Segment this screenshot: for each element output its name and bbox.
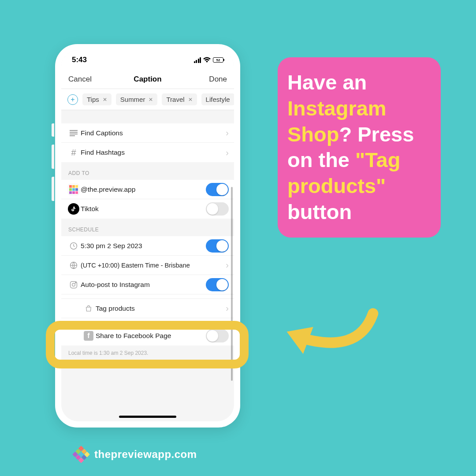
nav-title: Caption xyxy=(134,75,161,84)
add-tag-button[interactable]: + xyxy=(67,94,78,105)
status-bar: 5:43 52 xyxy=(61,50,234,70)
chevron-right-icon: › xyxy=(226,303,229,313)
home-indicator[interactable] xyxy=(119,416,176,418)
svg-rect-0 xyxy=(70,130,78,131)
svg-point-7 xyxy=(72,283,75,286)
tag-chip[interactable]: Summer✕ xyxy=(116,93,158,105)
done-button[interactable]: Done xyxy=(201,75,227,84)
wifi-icon xyxy=(203,56,211,64)
svg-rect-2 xyxy=(70,134,78,134)
clock-icon xyxy=(67,242,81,250)
tag-label: Lifestyle xyxy=(206,96,230,103)
tag-label: Travel xyxy=(166,96,184,103)
find-section: Find Captions › # Find Hashtags › xyxy=(61,123,234,162)
row-label: @the.preview.app xyxy=(81,186,206,193)
tag-label: Summer xyxy=(120,96,145,103)
tag-chip[interactable]: Tips✕ xyxy=(82,93,112,105)
arrow-icon xyxy=(264,270,389,391)
tag-chip[interactable]: Lifestyle xyxy=(201,93,234,105)
row-label: Tag products xyxy=(96,305,226,312)
chevron-right-icon: › xyxy=(226,128,229,138)
toggle-switch[interactable] xyxy=(206,183,229,196)
add-to-header: ADD TO xyxy=(61,162,234,180)
autopost-row[interactable]: Auto-post to Instagram xyxy=(61,275,234,294)
preview-account-row[interactable]: @the.preview.app xyxy=(61,180,234,199)
timezone-row[interactable]: (UTC +10:00) Eastern Time - Brisbane › xyxy=(61,256,234,275)
captions-icon xyxy=(67,130,81,136)
callout-bubble: Have an Instagram Shop? Press on the "Ta… xyxy=(278,57,441,238)
find-captions-row[interactable]: Find Captions › xyxy=(61,123,234,143)
svg-rect-3 xyxy=(70,135,75,136)
battery-icon: 52 xyxy=(213,57,223,63)
highlight-box xyxy=(46,321,249,368)
nav-bar: Cancel Caption Done xyxy=(61,70,234,89)
toggle-switch[interactable] xyxy=(206,202,229,216)
schedule-time-row[interactable]: 5:30 pm 2 Sep 2023 xyxy=(61,236,234,256)
tag-chip[interactable]: Travel✕ xyxy=(162,93,197,105)
close-icon[interactable]: ✕ xyxy=(149,97,153,103)
tags-row: + Tips✕ Summer✕ Travel✕ Lifestyle xyxy=(61,89,234,110)
svg-point-8 xyxy=(75,282,76,283)
signal-icon xyxy=(194,57,201,63)
row-label: 5:30 pm 2 Sep 2023 xyxy=(81,242,206,250)
phone-frame: 5:43 52 Cancel Caption Done + Tips✕ Summ… xyxy=(55,44,240,428)
footer-url: thepreviewapp.com xyxy=(94,448,197,461)
row-label: Find Captions xyxy=(81,129,226,137)
phone-side-buttons xyxy=(52,123,54,209)
svg-rect-1 xyxy=(70,132,78,133)
toggle-switch[interactable] xyxy=(206,239,229,253)
preview-app-icon xyxy=(67,184,81,195)
instagram-icon xyxy=(67,280,81,289)
status-indicators: 52 xyxy=(194,56,224,64)
hashtag-icon: # xyxy=(67,148,81,158)
hidden-row xyxy=(61,294,234,299)
footer: thepreviewapp.com xyxy=(75,448,197,461)
find-hashtags-row[interactable]: # Find Hashtags › xyxy=(61,143,234,162)
callout-text: button xyxy=(287,200,352,223)
globe-icon xyxy=(67,261,81,270)
close-icon[interactable]: ✕ xyxy=(188,97,193,103)
toggle-switch[interactable] xyxy=(206,278,229,291)
shopping-bag-icon xyxy=(82,305,96,312)
schedule-header: SCHEDULE xyxy=(61,219,234,236)
tiktok-row[interactable]: Tiktok xyxy=(61,199,234,219)
tag-products-row[interactable]: Tag products › xyxy=(61,299,234,318)
callout-text: Have an xyxy=(287,71,367,94)
row-label: Find Hashtags xyxy=(81,149,226,156)
chevron-right-icon: › xyxy=(226,260,229,270)
row-label: (UTC +10:00) Eastern Time - Brisbane xyxy=(81,262,226,269)
footer-logo-icon xyxy=(72,446,90,463)
row-label: Tiktok xyxy=(81,205,206,213)
chevron-right-icon: › xyxy=(226,148,229,158)
tag-label: Tips xyxy=(87,96,99,103)
cancel-button[interactable]: Cancel xyxy=(68,75,95,84)
row-label: Auto-post to Instagram xyxy=(81,281,206,289)
close-icon[interactable]: ✕ xyxy=(103,97,107,103)
status-time: 5:43 xyxy=(72,56,87,64)
tiktok-icon xyxy=(67,203,81,215)
add-to-section: @the.preview.app Tiktok xyxy=(61,180,234,219)
